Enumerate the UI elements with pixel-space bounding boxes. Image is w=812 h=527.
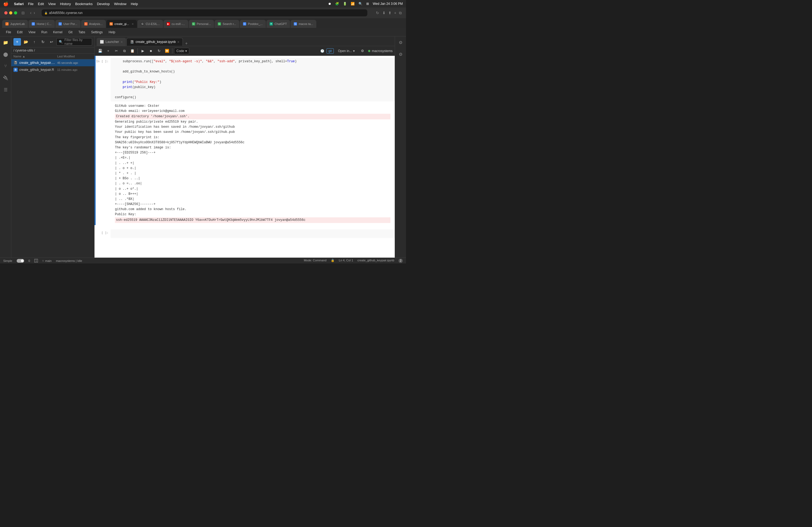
minimize-window-button[interactable] <box>9 11 12 15</box>
menu-bookmarks[interactable]: Bookmarks <box>75 2 93 6</box>
screen-record-icon[interactable]: ⏺ <box>328 2 331 6</box>
browser-tab-cu-esill[interactable]: ▶ cu esill -... <box>163 20 188 28</box>
wifi-icon[interactable]: 📶 <box>351 2 355 6</box>
cut-cell-button[interactable]: ✂ <box>113 47 120 55</box>
jupyter-menu-kernel[interactable]: Kernel <box>50 29 65 35</box>
menu-safari[interactable]: Safari <box>14 2 24 6</box>
jupyter-main-area: 📁 ⬤ ⑂ 🔌 ☰ + 📂 ↑ ↻ ↩ 🔍 Filter files by na… <box>0 36 406 258</box>
table-of-contents-icon[interactable]: ☰ <box>2 86 10 93</box>
browser-tab-create-gi[interactable]: N create_gi... ✕ <box>106 20 137 28</box>
browser-tab-user[interactable]: U User Por... <box>55 20 81 28</box>
jupyter-menu-run[interactable]: Run <box>39 29 50 35</box>
file-search-box[interactable]: 🔍 Filter files by name <box>56 38 92 46</box>
jupyter-menu-tabs[interactable]: Tabs <box>76 29 88 35</box>
interrupt-kernel-button[interactable]: ■ <box>147 47 155 55</box>
refresh-button[interactable]: ↻ <box>39 38 47 46</box>
notebook-content[interactable]: In [ ]: subprocess.run(["eval", "$(ssh-a… <box>95 56 395 258</box>
restart-kernel-button[interactable]: ↻ <box>156 47 162 55</box>
back-button[interactable]: ‹ <box>30 11 31 15</box>
browser-tab-chatgpt[interactable]: ✦ ChatGPT <box>266 20 290 28</box>
menu-help[interactable]: Help <box>131 2 138 6</box>
search-icon[interactable]: 🔍 <box>359 2 362 6</box>
cell-input-label: In [ ]: <box>96 60 108 63</box>
running-icon[interactable]: ⬤ <box>2 50 10 58</box>
share-icon[interactable]: ⬆ <box>388 11 392 15</box>
name-column-header[interactable]: Name ▲ <box>13 55 57 58</box>
tab-close-button[interactable]: ✕ <box>132 22 134 26</box>
sort-arrow-icon: ▲ <box>22 55 25 58</box>
paste-cell-button[interactable]: 📋 <box>129 47 136 55</box>
tab-launcher[interactable]: ⬜ Launcher ✕ <box>97 38 126 46</box>
git-branch-indicator[interactable]: git <box>327 48 334 54</box>
notebook-tab-bar: ⬜ Launcher ✕ 📓 create_github_keypair.ipy… <box>95 36 395 46</box>
modified-column-header[interactable]: Last Modified <box>57 55 92 58</box>
browser-tab-home[interactable]: C Home | C... <box>28 20 55 28</box>
browser-tab-postdoc[interactable]: C Postdoc_... <box>240 20 266 28</box>
forward-button[interactable]: › <box>33 11 35 15</box>
browser-tab-macos[interactable]: G macos ta... <box>291 20 316 28</box>
tab-notebook[interactable]: 📓 create_github_keypair.ipynb ✕ <box>127 38 183 46</box>
sidebar-toggle-icon[interactable]: ⊟ <box>21 11 25 15</box>
copy-cell-button[interactable]: ⧉ <box>121 47 128 55</box>
battery-icon[interactable]: 🔋 <box>343 2 347 6</box>
extensions-icon[interactable]: 🧩 <box>335 2 339 6</box>
jupyter-menu-settings[interactable]: Settings <box>88 29 105 35</box>
list-item[interactable]: R create_github_keypair.R 11 minutes ago <box>11 66 94 73</box>
code-cell: In [ ]: subprocess.run(["eval", "$(ssh-a… <box>95 56 395 225</box>
new-tab-button[interactable]: + <box>394 11 396 15</box>
git-icon[interactable]: ⑂ <box>2 62 10 70</box>
cell-type-selector[interactable]: Code ▾ <box>174 48 189 54</box>
maximize-window-button[interactable] <box>14 11 17 15</box>
tab-label: create_gi... <box>114 22 129 26</box>
menu-file[interactable]: File <box>28 2 33 6</box>
tab-close-button[interactable]: ✕ <box>120 41 123 44</box>
browser-tab-cu-esil[interactable]: G CU-ESIL... <box>137 20 163 28</box>
browser-tab-search[interactable]: G Search r... <box>215 20 239 28</box>
jupyter-menu-view[interactable]: View <box>26 29 38 35</box>
apple-menu[interactable]: 🍎 <box>3 1 9 6</box>
menu-window[interactable]: Window <box>114 2 127 6</box>
kernel-status-indicator <box>368 50 370 52</box>
tab-close-button[interactable]: ✕ <box>177 41 179 44</box>
kernel-settings-button[interactable]: ⚙ <box>359 47 366 55</box>
list-item[interactable]: 📓 create_github_keypair.ipynb 46 seconds… <box>11 59 94 66</box>
insert-cell-button[interactable]: + <box>105 47 112 55</box>
save-button[interactable]: 💾 <box>97 47 104 55</box>
tab-overview-icon[interactable]: ⧉ <box>399 11 402 15</box>
clock-icon: 🕐 <box>320 49 324 53</box>
jupyter-menu-help[interactable]: Help <box>106 29 118 35</box>
menu-history[interactable]: History <box>60 2 71 6</box>
run-cell-button[interactable]: ▶ <box>139 47 146 55</box>
open-in-button[interactable]: Open in... ▾ <box>336 48 357 54</box>
menu-view[interactable]: View <box>48 2 56 6</box>
jupyter-menu-git[interactable]: Git <box>66 29 75 35</box>
new-file-button[interactable]: + <box>13 38 21 46</box>
upload-button[interactable]: ↑ <box>31 38 38 46</box>
browser-tab-analysis[interactable]: A Analysis... <box>81 20 106 28</box>
url-bar[interactable]: 🔒 a54d5556c.cyverse.run <box>42 10 367 16</box>
simple-mode-toggle[interactable] <box>17 259 24 263</box>
git-branch[interactable]: ⑂ main <box>42 259 52 262</box>
menu-develop[interactable]: Develop <box>97 2 110 6</box>
jupyter-menu-edit[interactable]: Edit <box>14 29 25 35</box>
downloads-icon[interactable]: ⬇ <box>382 11 386 15</box>
jupyter-menu-file[interactable]: File <box>3 29 14 35</box>
property-inspector-icon[interactable]: ⚙ <box>397 50 404 58</box>
run-all-button[interactable]: ⏩ <box>163 47 171 55</box>
empty-cell-code[interactable] <box>111 229 395 238</box>
settings-icon[interactable]: ⚙ <box>397 39 404 46</box>
control-center-icon[interactable]: ⊞ <box>366 2 369 6</box>
cell-code[interactable]: subprocess.run(["eval", "$(ssh-agent -s)… <box>111 58 395 102</box>
menu-edit[interactable]: Edit <box>38 2 44 6</box>
mode-command: Mode: Command <box>304 259 326 263</box>
file-browser-icon[interactable]: 📁 <box>2 39 10 46</box>
open-folder-button[interactable]: 📂 <box>22 38 30 46</box>
output-line: | . o + o.| <box>115 166 390 171</box>
undo-button[interactable]: ↩ <box>48 38 55 46</box>
browser-tab-jupyterlab[interactable]: J JupyterLab <box>2 20 28 28</box>
add-tab-button[interactable]: + <box>184 41 189 46</box>
browser-tab-personal[interactable]: G Personal... <box>189 20 214 28</box>
extensions-icon[interactable]: 🔌 <box>2 74 10 81</box>
close-window-button[interactable] <box>4 11 8 15</box>
reload-button[interactable]: ↻ <box>376 11 379 15</box>
